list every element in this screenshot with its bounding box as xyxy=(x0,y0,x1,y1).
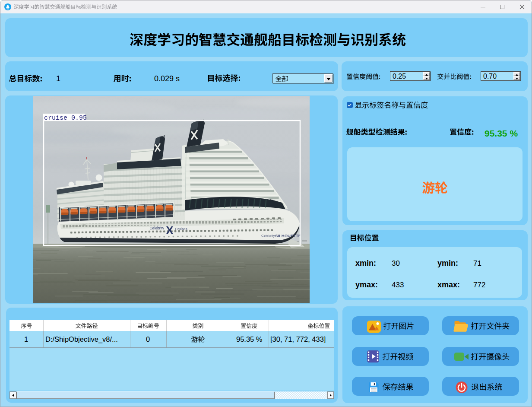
svg-text:Celebrity: Celebrity xyxy=(261,234,275,238)
svg-text:Celebrity: Celebrity xyxy=(149,226,164,230)
svg-text:SILHOUETTE: SILHOUETTE xyxy=(275,233,301,238)
svg-text:cruise 0.95: cruise 0.95 xyxy=(44,114,87,122)
svg-text:X: X xyxy=(166,224,174,237)
svg-text:Cruises: Cruises xyxy=(175,227,187,231)
